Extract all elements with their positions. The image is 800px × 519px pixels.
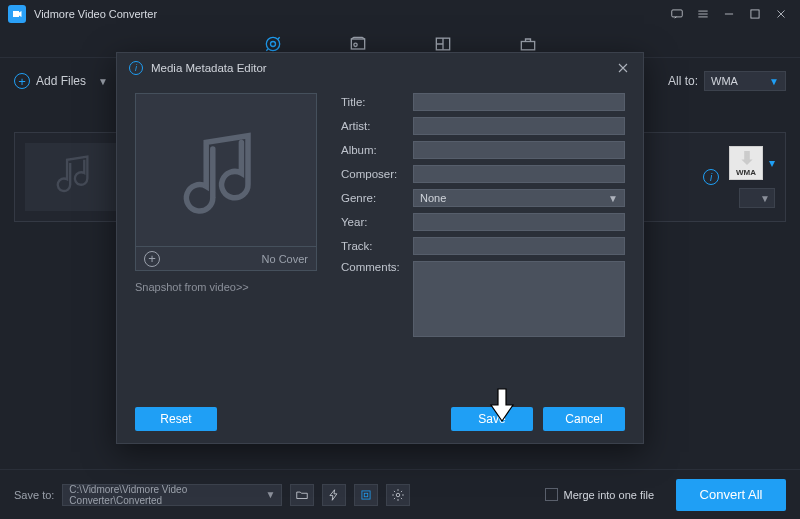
reset-button[interactable]: Reset bbox=[135, 407, 217, 431]
metadata-form: Title: Artist: Album: Composer: Genre: N… bbox=[341, 93, 625, 395]
modal-header: i Media Metadata Editor bbox=[117, 53, 643, 83]
genre-select[interactable]: None ▼ bbox=[413, 189, 625, 207]
app-title: Vidmore Video Converter bbox=[34, 8, 157, 20]
close-icon[interactable] bbox=[615, 60, 631, 76]
open-folder-button[interactable] bbox=[290, 484, 314, 506]
add-files-button[interactable]: + Add Files ▼ bbox=[14, 73, 108, 89]
title-input[interactable] bbox=[413, 93, 625, 111]
chevron-down-icon: ▼ bbox=[265, 489, 275, 500]
convert-all-to: All to: WMA ▼ bbox=[668, 71, 786, 91]
plus-icon: + bbox=[14, 73, 30, 89]
svg-rect-1 bbox=[751, 10, 759, 18]
close-icon[interactable] bbox=[770, 3, 792, 25]
minimize-icon[interactable] bbox=[718, 3, 740, 25]
field-label-artist: Artist: bbox=[341, 120, 413, 132]
field-label-album: Album: bbox=[341, 144, 413, 156]
checkbox-icon bbox=[545, 488, 558, 501]
track-input[interactable] bbox=[413, 237, 625, 255]
svg-point-2 bbox=[266, 37, 279, 50]
svg-rect-7 bbox=[521, 42, 534, 50]
chevron-down-icon: ▼ bbox=[608, 193, 618, 204]
modal-title: Media Metadata Editor bbox=[151, 62, 267, 74]
gpu-accel-button[interactable] bbox=[354, 484, 378, 506]
no-cover-label: No Cover bbox=[262, 253, 308, 265]
file-thumbnail bbox=[25, 143, 130, 211]
snapshot-link[interactable]: Snapshot from video>> bbox=[135, 281, 317, 293]
output-subselect[interactable]: ▼ bbox=[739, 188, 775, 208]
album-input[interactable] bbox=[413, 141, 625, 159]
titlebar: Vidmore Video Converter bbox=[0, 0, 800, 28]
convert-all-button[interactable]: Convert All bbox=[676, 479, 786, 511]
field-label-track: Track: bbox=[341, 240, 413, 252]
cancel-button[interactable]: Cancel bbox=[543, 407, 625, 431]
save-path-select[interactable]: C:\Vidmore\Vidmore Video Converter\Conve… bbox=[62, 484, 282, 506]
maximize-icon[interactable] bbox=[744, 3, 766, 25]
merge-checkbox[interactable]: Merge into one file bbox=[545, 488, 655, 501]
field-label-genre: Genre: bbox=[341, 192, 413, 204]
svg-rect-9 bbox=[365, 493, 369, 497]
tutorial-arrow-icon bbox=[487, 387, 517, 423]
add-files-label: Add Files bbox=[36, 74, 86, 88]
save-path-value: C:\Vidmore\Vidmore Video Converter\Conve… bbox=[69, 484, 265, 506]
comments-input[interactable] bbox=[413, 261, 625, 337]
svg-rect-8 bbox=[362, 490, 370, 498]
chevron-down-icon: ▼ bbox=[98, 76, 108, 87]
field-label-year: Year: bbox=[341, 216, 413, 228]
year-input[interactable] bbox=[413, 213, 625, 231]
lightning-button[interactable] bbox=[322, 484, 346, 506]
bottom-bar: Save to: C:\Vidmore\Vidmore Video Conver… bbox=[0, 469, 800, 519]
info-icon[interactable]: i bbox=[703, 169, 719, 185]
settings-button[interactable] bbox=[386, 484, 410, 506]
svg-point-5 bbox=[353, 43, 356, 46]
artist-input[interactable] bbox=[413, 117, 625, 135]
chevron-down-icon[interactable]: ▾ bbox=[769, 156, 775, 170]
svg-point-3 bbox=[270, 42, 275, 47]
output-format-badge[interactable]: WMA bbox=[729, 146, 763, 180]
info-icon: i bbox=[129, 61, 143, 75]
metadata-editor-modal: i Media Metadata Editor + No Cover Snaps… bbox=[116, 52, 644, 444]
chevron-down-icon: ▼ bbox=[769, 76, 779, 87]
menu-icon[interactable] bbox=[692, 3, 714, 25]
app-logo bbox=[8, 5, 26, 23]
all-to-label: All to: bbox=[668, 74, 698, 88]
all-to-value: WMA bbox=[711, 75, 738, 87]
composer-input[interactable] bbox=[413, 165, 625, 183]
all-to-select[interactable]: WMA ▼ bbox=[704, 71, 786, 91]
field-label-title: Title: bbox=[341, 96, 413, 108]
save-to-label: Save to: bbox=[14, 489, 54, 501]
field-label-composer: Composer: bbox=[341, 168, 413, 180]
field-label-comments: Comments: bbox=[341, 261, 413, 273]
modal-footer: Reset Save Cancel bbox=[117, 395, 643, 443]
genre-value: None bbox=[420, 192, 446, 204]
svg-point-10 bbox=[397, 493, 401, 497]
cover-art-box[interactable]: + No Cover bbox=[135, 93, 317, 271]
add-cover-button[interactable]: + bbox=[144, 251, 160, 267]
svg-rect-0 bbox=[672, 10, 683, 17]
merge-label: Merge into one file bbox=[564, 489, 655, 501]
feedback-icon[interactable] bbox=[666, 3, 688, 25]
